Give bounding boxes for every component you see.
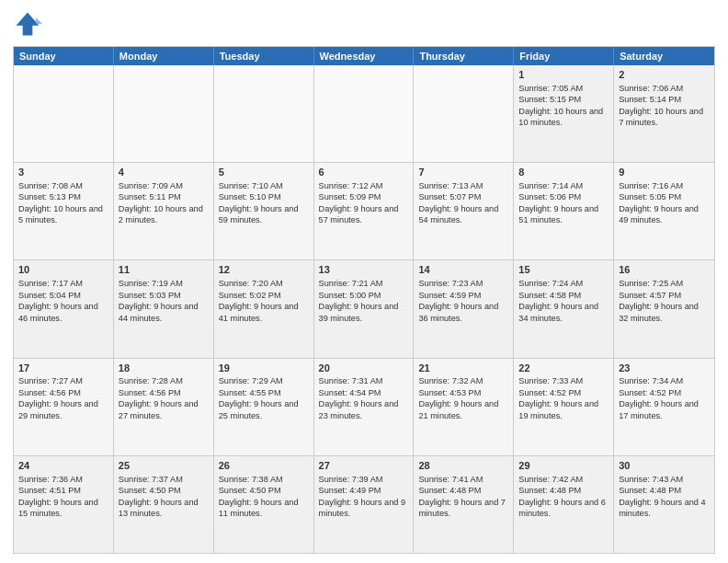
day-number: 8	[518, 166, 609, 179]
logo	[13, 9, 44, 39]
day-number: 14	[418, 263, 508, 277]
day-info: Sunrise: 7:24 AM Sunset: 4:58 PM Dayligh…	[518, 279, 598, 322]
calendar: SundayMondayTuesdayWednesdayThursdayFrid…	[13, 46, 715, 554]
day-cell: 8Sunrise: 7:14 AM Sunset: 5:06 PM Daylig…	[514, 163, 614, 259]
day-number: 21	[418, 362, 508, 375]
day-info: Sunrise: 7:16 AM Sunset: 5:05 PM Dayligh…	[619, 181, 699, 224]
day-number: 9	[619, 166, 710, 179]
day-info: Sunrise: 7:37 AM Sunset: 4:50 PM Dayligh…	[119, 475, 199, 518]
calendar-body: 1Sunrise: 7:05 AM Sunset: 5:15 PM Daylig…	[14, 65, 714, 553]
svg-marker-0	[17, 13, 40, 36]
day-info: Sunrise: 7:32 AM Sunset: 4:53 PM Dayligh…	[418, 376, 498, 419]
day-cell: 3Sunrise: 7:08 AM Sunset: 5:13 PM Daylig…	[14, 163, 114, 259]
day-info: Sunrise: 7:38 AM Sunset: 4:50 PM Dayligh…	[219, 475, 299, 518]
calendar-row: 17Sunrise: 7:27 AM Sunset: 4:56 PM Dayli…	[14, 358, 714, 455]
day-cell: 13Sunrise: 7:21 AM Sunset: 5:00 PM Dayli…	[314, 260, 415, 357]
day-number: 23	[619, 362, 710, 375]
weekday-header: Tuesday	[214, 47, 314, 65]
day-info: Sunrise: 7:41 AM Sunset: 4:48 PM Dayligh…	[418, 475, 506, 518]
page: SundayMondayTuesdayWednesdayThursdayFrid…	[0, 0, 728, 563]
day-info: Sunrise: 7:08 AM Sunset: 5:13 PM Dayligh…	[18, 181, 103, 224]
day-cell: 7Sunrise: 7:13 AM Sunset: 5:07 PM Daylig…	[414, 163, 514, 259]
day-cell: 20Sunrise: 7:31 AM Sunset: 4:54 PM Dayli…	[314, 359, 415, 455]
day-info: Sunrise: 7:31 AM Sunset: 4:54 PM Dayligh…	[319, 376, 399, 419]
day-cell: 27Sunrise: 7:39 AM Sunset: 4:49 PM Dayli…	[314, 456, 415, 553]
day-number: 18	[119, 362, 209, 375]
weekday-header: Monday	[114, 47, 214, 65]
weekday-header: Thursday	[414, 47, 514, 65]
day-number: 29	[518, 459, 609, 473]
day-cell: 15Sunrise: 7:24 AM Sunset: 4:58 PM Dayli…	[514, 260, 614, 357]
day-info: Sunrise: 7:05 AM Sunset: 5:15 PM Dayligh…	[518, 84, 603, 127]
day-cell: 1Sunrise: 7:05 AM Sunset: 5:15 PM Daylig…	[514, 65, 614, 162]
day-cell: 22Sunrise: 7:33 AM Sunset: 4:52 PM Dayli…	[514, 359, 614, 455]
day-info: Sunrise: 7:28 AM Sunset: 4:56 PM Dayligh…	[119, 376, 199, 419]
calendar-row: 1Sunrise: 7:05 AM Sunset: 5:15 PM Daylig…	[14, 65, 714, 162]
logo-icon	[13, 9, 42, 39]
calendar-row: 3Sunrise: 7:08 AM Sunset: 5:13 PM Daylig…	[14, 162, 714, 259]
day-cell: 2Sunrise: 7:06 AM Sunset: 5:14 PM Daylig…	[614, 65, 714, 162]
weekday-header: Sunday	[14, 47, 114, 65]
day-cell: 24Sunrise: 7:36 AM Sunset: 4:51 PM Dayli…	[14, 456, 114, 553]
day-info: Sunrise: 7:20 AM Sunset: 5:02 PM Dayligh…	[219, 279, 299, 322]
empty-cell	[214, 65, 314, 162]
day-info: Sunrise: 7:39 AM Sunset: 4:49 PM Dayligh…	[319, 475, 406, 518]
day-cell: 5Sunrise: 7:10 AM Sunset: 5:10 PM Daylig…	[214, 163, 314, 259]
day-number: 12	[219, 263, 309, 277]
day-number: 7	[418, 166, 508, 179]
day-cell: 19Sunrise: 7:29 AM Sunset: 4:55 PM Dayli…	[214, 359, 314, 455]
day-cell: 14Sunrise: 7:23 AM Sunset: 4:59 PM Dayli…	[414, 260, 514, 357]
day-info: Sunrise: 7:36 AM Sunset: 4:51 PM Dayligh…	[18, 475, 98, 518]
day-cell: 23Sunrise: 7:34 AM Sunset: 4:52 PM Dayli…	[614, 359, 714, 455]
day-number: 6	[319, 166, 409, 179]
day-cell: 11Sunrise: 7:19 AM Sunset: 5:03 PM Dayli…	[114, 260, 214, 357]
day-cell: 6Sunrise: 7:12 AM Sunset: 5:09 PM Daylig…	[314, 163, 415, 259]
empty-cell	[314, 65, 415, 162]
day-number: 11	[119, 263, 209, 277]
day-info: Sunrise: 7:25 AM Sunset: 4:57 PM Dayligh…	[619, 279, 699, 322]
day-number: 16	[619, 263, 710, 277]
day-cell: 30Sunrise: 7:43 AM Sunset: 4:48 PM Dayli…	[614, 456, 714, 553]
day-info: Sunrise: 7:17 AM Sunset: 5:04 PM Dayligh…	[18, 279, 98, 322]
day-info: Sunrise: 7:27 AM Sunset: 4:56 PM Dayligh…	[18, 376, 98, 419]
day-cell: 26Sunrise: 7:38 AM Sunset: 4:50 PM Dayli…	[214, 456, 314, 553]
empty-cell	[114, 65, 214, 162]
day-info: Sunrise: 7:09 AM Sunset: 5:11 PM Dayligh…	[119, 181, 203, 224]
day-number: 3	[18, 166, 108, 179]
day-number: 13	[319, 263, 409, 277]
day-info: Sunrise: 7:10 AM Sunset: 5:10 PM Dayligh…	[219, 181, 299, 224]
header	[13, 9, 715, 39]
calendar-header: SundayMondayTuesdayWednesdayThursdayFrid…	[14, 47, 714, 65]
day-number: 24	[18, 459, 108, 473]
empty-cell	[414, 65, 514, 162]
day-cell: 28Sunrise: 7:41 AM Sunset: 4:48 PM Dayli…	[414, 456, 514, 553]
day-info: Sunrise: 7:23 AM Sunset: 4:59 PM Dayligh…	[418, 279, 498, 322]
day-info: Sunrise: 7:12 AM Sunset: 5:09 PM Dayligh…	[319, 181, 399, 224]
day-info: Sunrise: 7:21 AM Sunset: 5:00 PM Dayligh…	[319, 279, 399, 322]
day-info: Sunrise: 7:14 AM Sunset: 5:06 PM Dayligh…	[518, 181, 598, 224]
day-number: 17	[18, 362, 108, 375]
day-cell: 18Sunrise: 7:28 AM Sunset: 4:56 PM Dayli…	[114, 359, 214, 455]
day-info: Sunrise: 7:19 AM Sunset: 5:03 PM Dayligh…	[119, 279, 199, 322]
day-info: Sunrise: 7:29 AM Sunset: 4:55 PM Dayligh…	[219, 376, 299, 419]
day-cell: 12Sunrise: 7:20 AM Sunset: 5:02 PM Dayli…	[214, 260, 314, 357]
day-number: 27	[319, 459, 409, 473]
day-number: 25	[119, 459, 209, 473]
day-number: 22	[518, 362, 609, 375]
day-number: 4	[119, 166, 209, 179]
day-info: Sunrise: 7:33 AM Sunset: 4:52 PM Dayligh…	[518, 376, 598, 419]
weekday-header: Saturday	[614, 47, 714, 65]
day-number: 1	[518, 68, 609, 82]
day-number: 28	[418, 459, 508, 473]
day-number: 10	[18, 263, 108, 277]
day-cell: 17Sunrise: 7:27 AM Sunset: 4:56 PM Dayli…	[14, 359, 114, 455]
day-number: 20	[319, 362, 409, 375]
day-number: 2	[619, 68, 710, 82]
day-cell: 9Sunrise: 7:16 AM Sunset: 5:05 PM Daylig…	[614, 163, 714, 259]
day-number: 15	[518, 263, 609, 277]
day-cell: 21Sunrise: 7:32 AM Sunset: 4:53 PM Dayli…	[414, 359, 514, 455]
day-info: Sunrise: 7:42 AM Sunset: 4:48 PM Dayligh…	[518, 475, 606, 518]
day-info: Sunrise: 7:34 AM Sunset: 4:52 PM Dayligh…	[619, 376, 699, 419]
day-cell: 16Sunrise: 7:25 AM Sunset: 4:57 PM Dayli…	[614, 260, 714, 357]
day-info: Sunrise: 7:13 AM Sunset: 5:07 PM Dayligh…	[418, 181, 498, 224]
